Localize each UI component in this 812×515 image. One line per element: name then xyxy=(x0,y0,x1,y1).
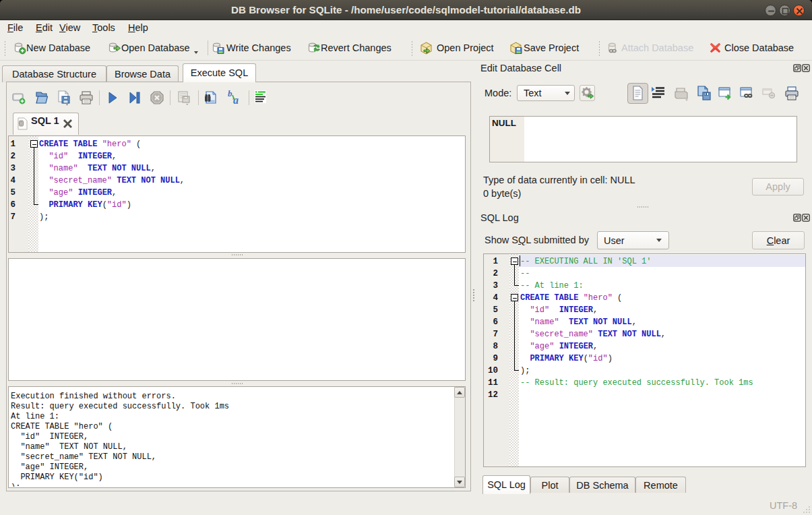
svg-text:b: b xyxy=(228,90,232,98)
svg-text:a: a xyxy=(233,94,239,105)
